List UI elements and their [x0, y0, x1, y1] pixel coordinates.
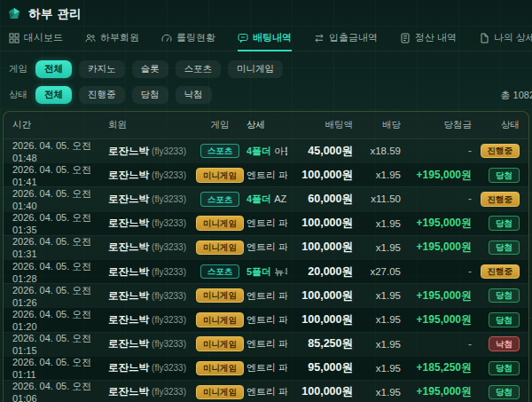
status-badge: 당첨 [489, 240, 520, 256]
table-row: 2026. 04. 05. 오전 01:15 로잔느박 (fly3233) 미니… [4, 332, 528, 356]
game-badge: 미니게임 [196, 216, 244, 231]
game-badge: 미니게임 [196, 361, 244, 376]
odds-value: x1.95 [358, 314, 401, 325]
game-badge: 미니게임 [196, 312, 244, 327]
member-id: (fly3233) [152, 146, 186, 156]
nav-item-4[interactable]: 입출금내역 [314, 26, 378, 51]
detail-text: 엔트리 파워볼 [246, 386, 287, 397]
nav-item-6[interactable]: 나의 상세내역 [479, 26, 532, 51]
odds-value: x18.59 [358, 146, 401, 156]
bet-amount: 100,000원 [293, 240, 353, 255]
win-amount: - [406, 265, 472, 278]
status-filter-row: 상태 전체진행중당첨낙첨 [9, 86, 523, 104]
page-title: 하부 관리 [28, 6, 82, 22]
col-game: 게임 [199, 119, 241, 131]
filter-pill-진행중[interactable]: 진행중 [79, 86, 125, 104]
detail-text: 엔트리 파워볼 [246, 362, 287, 373]
row-time: 2026. 04. 05. 오전 01:48 [12, 139, 103, 163]
status-badge: 당첨 [489, 288, 520, 303]
filter-pill-당첨[interactable]: 당첨 [132, 86, 168, 104]
users-icon [85, 33, 96, 43]
member-name: 로잔느박 [108, 217, 149, 228]
game-badge: 미니게임 [196, 168, 244, 183]
member-id: (fly3233) [152, 291, 186, 301]
odds-value: x1.95 [358, 387, 401, 398]
dashboard-icon [9, 33, 20, 43]
filter-pill-미니게임[interactable]: 미니게임 [228, 60, 283, 78]
bet-amount: 45,000원 [293, 144, 353, 159]
document-icon [479, 33, 489, 43]
nav-item-5[interactable]: 정산 내역 [400, 26, 457, 51]
nav-item-1[interactable]: 하부회원 [85, 26, 139, 51]
col-member: 회원 [108, 119, 193, 131]
detail-text: 엔트리 파워볼 [246, 169, 287, 180]
game-badge: 스포츠 [200, 144, 240, 159]
betting-icon [238, 33, 248, 43]
member-name: 로잔느박 [108, 193, 149, 204]
col-bet: 배팅액 [293, 119, 353, 131]
game-filter-row: 게임 전체카지노슬롯스포츠미니게임 [9, 60, 523, 78]
col-win: 당첨금 [406, 119, 472, 131]
detail-text: 엔트리 파워볼 [246, 338, 287, 349]
row-time: 2026. 04. 05. 오전 01:41 [12, 163, 103, 187]
bet-amount: 100,000원 [293, 216, 353, 231]
bet-amount: 20,000원 [293, 264, 353, 280]
status-badge: 당첨 [489, 385, 520, 400]
member-name: 로잔느박 [108, 146, 149, 156]
nav-item-3[interactable]: 배팅내역 [238, 26, 292, 51]
betting-history-table: 시간 회원 게임 상세 배팅액 배당 당첨금 상태 2026. 04. 05. … [3, 111, 529, 402]
member-id: (fly3233) [152, 315, 186, 325]
game-badge: 미니게임 [196, 288, 244, 303]
main-nav: 대시보드 하부회원 롤링현황 배팅내역 입출금내역 정산 내역 나의 상세내역 [0, 26, 532, 51]
member-name: 로잔느박 [108, 386, 149, 397]
nav-item-2[interactable]: 롤링현황 [161, 26, 215, 51]
top-bar: 하부 관리 [0, 0, 532, 26]
member-name: 로잔느박 [108, 266, 149, 277]
transfer-icon [314, 33, 325, 43]
win-amount: +195,000원 [406, 312, 472, 327]
status-badge: 진행중 [481, 192, 520, 207]
member-name: 로잔느박 [108, 241, 149, 252]
bet-amount: 100,000원 [293, 384, 353, 399]
detail-text: 엔트리 파워볼 [246, 217, 287, 228]
row-time: 2026. 04. 05. 오전 01:11 [12, 356, 103, 380]
detail-folder-tag: 4폴더 [246, 146, 271, 156]
odds-value: x1.95 [358, 218, 401, 229]
odds-value: x1.95 [358, 339, 401, 350]
row-time: 2026. 04. 05. 오전 01:15 [12, 332, 103, 356]
odds-value: x1.95 [358, 363, 401, 374]
win-amount: +195,000원 [406, 288, 472, 303]
detail-text: 아틀레티코 마드리드 vs 바르셀… [274, 146, 287, 156]
member-name: 로잔느박 [108, 290, 149, 301]
filter-pill-스포츠[interactable]: 스포츠 [176, 60, 222, 78]
bet-amount: 85,250원 [293, 336, 353, 351]
table-body: 2026. 04. 05. 오전 01:48 로잔느박 (fly3233) 스포… [4, 139, 528, 402]
member-id: (fly3233) [152, 194, 186, 204]
member-name: 로잔느박 [108, 169, 149, 180]
filter-pill-낙첨[interactable]: 낙첨 [176, 86, 212, 104]
status-badge: 당첨 [489, 312, 520, 327]
table-row: 2026. 04. 05. 오전 01:31 로잔느박 (fly3233) 미니… [4, 235, 528, 259]
nav-item-0[interactable]: 대시보드 [9, 26, 63, 51]
member-id: (fly3233) [152, 170, 186, 180]
game-badge: 스포츠 [200, 192, 240, 207]
filter-pill-전체[interactable]: 전체 [35, 86, 72, 104]
odds-value: x11.50 [358, 193, 401, 204]
col-odds: 배당 [358, 119, 401, 131]
filter-pill-전체[interactable]: 전체 [35, 60, 72, 78]
member-id: (fly3233) [152, 218, 186, 228]
member-id: (fly3233) [152, 339, 186, 349]
member-id: (fly3233) [152, 242, 186, 252]
win-amount: - [406, 193, 472, 205]
odds-value: x1.95 [358, 242, 401, 253]
filter-pill-슬롯[interactable]: 슬롯 [132, 60, 168, 78]
row-time: 2026. 04. 05. 오전 01:35 [12, 211, 103, 235]
status-badge: 당첨 [489, 168, 520, 183]
gauge-icon [161, 33, 172, 43]
filter-pill-카지노[interactable]: 카지노 [79, 60, 125, 78]
app-logo-icon [7, 7, 21, 21]
member-id: (fly3233) [152, 363, 186, 373]
table-row: 2026. 04. 05. 오전 01:06 로잔느박 (fly3233) 미니… [4, 380, 528, 402]
col-time: 시간 [12, 119, 103, 131]
win-amount: +195,000원 [406, 384, 472, 399]
